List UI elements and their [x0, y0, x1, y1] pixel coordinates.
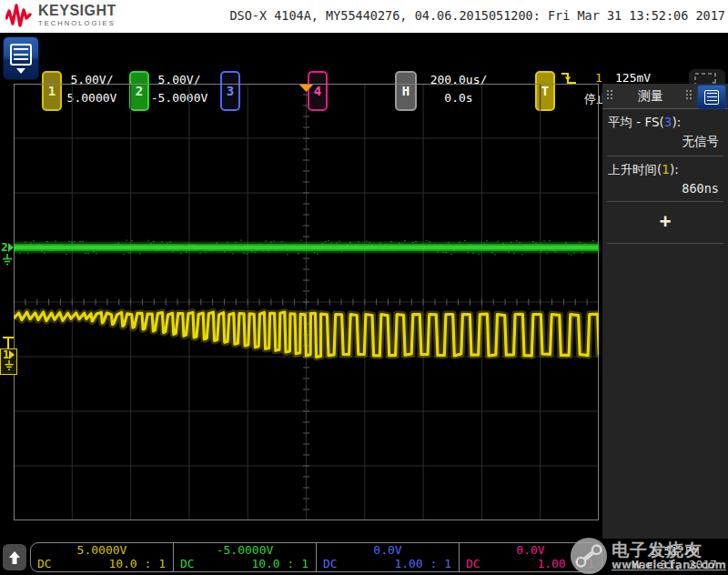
drag-handle-icon[interactable] [686, 90, 693, 102]
ch2-coupling: DC [180, 558, 195, 570]
measurement-panel: 测量 平均 - FS(3): 无信号 上升时间(1): 860ns + [602, 84, 728, 539]
keysight-wave-icon [5, 3, 33, 28]
trigger-level-marker[interactable] [3, 337, 14, 348]
ch1-probe-ratio: 10.0 : 1 [108, 558, 166, 570]
ch4-coupling: DC [466, 558, 480, 570]
measurement-label: 上升时间(1): [608, 162, 723, 178]
watermark-name: 电子发烧友 [612, 541, 726, 560]
ch2-offset-readout: -5.0000V [174, 544, 316, 557]
measurement-row[interactable]: 平均 - FS(3): 无信号 [602, 109, 728, 156]
ch3-status-cell[interactable]: 0.0V DC1.00 : 1 [316, 543, 459, 571]
measurement-row[interactable]: 上升时间(1): 860ns [602, 156, 728, 201]
menu-icon [704, 90, 719, 105]
ch1-coupling: DC [37, 558, 52, 570]
panel-menu-button[interactable] [697, 85, 726, 109]
panel-title: 测量 [602, 88, 699, 105]
ch2-probe-ratio: 10.0 : 1 [251, 558, 308, 570]
ch3-probe-ratio: 1.00 : 1 [394, 558, 451, 570]
chevron-down-icon [16, 68, 25, 74]
main-menu-button[interactable] [3, 36, 39, 80]
measurement-value: 860ns [608, 178, 723, 199]
watermark: 电子发烧友 www.elecfans.com [569, 537, 726, 575]
ch1-position-marker[interactable]: 1 [0, 348, 17, 375]
ch3-offset-readout: 0.0V [317, 544, 459, 557]
ch1-offset-readout: 5.0000V [31, 544, 173, 557]
ch1-ground-icon [4, 360, 15, 371]
trigger-time-marker[interactable] [299, 85, 313, 92]
brand-subtitle: TECHNOLOGIES [38, 20, 116, 27]
oscilloscope-screen: KEYSIGHT TECHNOLOGIES DSO-X 4104A, MY554… [0, 0, 728, 575]
arrow-right-icon [9, 350, 15, 359]
ch2-status-cell[interactable]: -5.0000V DC10.0 : 1 [173, 543, 316, 571]
panel-header: 测量 [602, 84, 728, 109]
divider [607, 243, 723, 244]
header-bar: KEYSIGHT TECHNOLOGIES DSO-X 4104A, MY554… [0, 0, 728, 33]
brand-name: KEYSIGHT [38, 4, 116, 18]
elecfans-logo-icon [569, 537, 609, 575]
measurement-value: 无信号 [608, 131, 723, 154]
expand-up-button[interactable] [3, 544, 26, 570]
measurement-label: 平均 - FS(3): [608, 115, 723, 131]
control-bar: 1 5.00V/ 5.0000V 2 5.00V/ -5.0000V 3 4 H… [0, 33, 728, 82]
keysight-logo: KEYSIGHT TECHNOLOGIES [5, 3, 116, 28]
channel-status-box: 5.0000V DC10.0 : 1 -5.0000V DC10.0 : 1 0… [30, 542, 602, 572]
menu-icon [10, 44, 32, 66]
arrow-right-icon [8, 243, 14, 252]
ch3-coupling: DC [323, 558, 338, 570]
ch2-position-marker[interactable]: 2 [1, 241, 14, 253]
ch2-ground-icon [2, 254, 13, 266]
instrument-id-title: DSO-X 4104A, MY55440276, 04.06.201505120… [229, 8, 725, 23]
add-measurement-button[interactable]: + [602, 202, 728, 243]
arrow-up-icon [8, 550, 21, 565]
watermark-url: www.elecfans.com [612, 560, 726, 571]
graticule [14, 84, 599, 520]
ch1-status-cell[interactable]: 5.0000V DC10.0 : 1 [31, 543, 173, 571]
